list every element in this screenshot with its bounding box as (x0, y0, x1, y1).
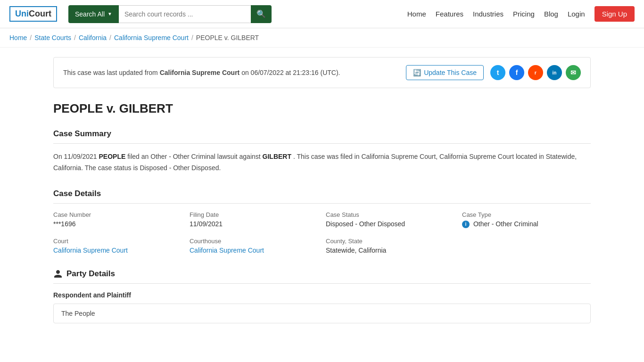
social-icons: t f r in ✉ (490, 65, 581, 80)
header: Uni Court Search All ▼ 🔍 Home Features I… (0, 0, 644, 28)
logo-uni: Uni (15, 9, 29, 19)
party-table: The People (53, 304, 591, 323)
twitter-icon[interactable]: t (490, 65, 505, 80)
detail-county-state: County, State Statewide, California (326, 238, 454, 254)
reddit-icon[interactable]: r (528, 65, 543, 80)
person-icon (53, 269, 63, 279)
facebook-icon[interactable]: f (509, 65, 524, 80)
county-state-label: County, State (326, 238, 454, 245)
signup-button[interactable]: Sign Up (594, 6, 635, 22)
update-text: This case was last updated from Californ… (63, 69, 340, 76)
case-number-value: ***1696 (53, 220, 182, 228)
update-notice: This case was last updated from Californ… (53, 57, 591, 88)
search-icon: 🔍 (256, 10, 266, 18)
update-court-name: California Supreme Court (160, 69, 240, 76)
party-details-heading: Party Details (53, 269, 591, 284)
logo[interactable]: Uni Court (9, 6, 57, 22)
case-details-heading: Case Details (53, 189, 591, 204)
courthouse-link[interactable]: California Supreme Court (190, 247, 264, 254)
case-details-section: Case Details Case Number ***1696 Filing … (53, 189, 591, 254)
party-row: The People (54, 304, 590, 323)
court-value: California Supreme Court (53, 247, 182, 254)
nav-pricing[interactable]: Pricing (513, 10, 535, 18)
detail-case-status: Case Status Disposed - Other Disposed (326, 211, 454, 228)
breadcrumb-home[interactable]: Home (9, 34, 27, 41)
search-button[interactable]: 🔍 (251, 5, 272, 23)
detail-case-number: Case Number ***1696 (53, 211, 182, 228)
breadcrumb: Home / State Courts / California / Calif… (0, 28, 644, 48)
main-nav: Home Features Industries Pricing Blog Lo… (407, 6, 635, 22)
search-input[interactable] (119, 5, 251, 23)
nav-login[interactable]: Login (568, 10, 585, 18)
logo-court: Court (29, 9, 51, 19)
party-details-section: Party Details Respondent and Plaintiff T… (53, 269, 591, 323)
respondent-label: Respondent and Plaintiff (53, 291, 591, 299)
court-label: Court (53, 238, 182, 245)
county-state-value: Statewide, California (326, 247, 454, 254)
update-right: 🔄 Update This Case t f r in ✉ (406, 65, 581, 80)
defendant-name: GILBERT (263, 153, 291, 160)
linkedin-icon[interactable]: in (547, 65, 562, 80)
refresh-icon: 🔄 (413, 69, 421, 76)
courthouse-label: Courthouse (190, 238, 318, 245)
breadcrumb-sep-2: / (74, 34, 76, 41)
case-summary-text: On 11/09/2021 PEOPLE filed an Other - Ot… (53, 151, 591, 174)
detail-filing-date: Filing Date 11/09/2021 (190, 211, 318, 228)
email-icon[interactable]: ✉ (566, 65, 581, 80)
nav-blog[interactable]: Blog (544, 10, 558, 18)
nav-home[interactable]: Home (407, 10, 426, 18)
breadcrumb-current: PEOPLE v. GILBERT (196, 34, 259, 41)
breadcrumb-sep-1: / (30, 34, 32, 41)
breadcrumb-sep-3: / (109, 34, 111, 41)
filing-date-label: Filing Date (190, 211, 318, 218)
case-status-label: Case Status (326, 211, 454, 218)
case-summary-heading: Case Summary (53, 129, 591, 144)
case-title: PEOPLE v. GILBERT (53, 101, 591, 116)
courthouse-value: California Supreme Court (190, 247, 318, 254)
detail-courthouse: Courthouse California Supreme Court (190, 238, 318, 254)
main-content: This case was last updated from Californ… (44, 48, 600, 348)
nav-industries[interactable]: Industries (473, 10, 504, 18)
search-all-button[interactable]: Search All ▼ (68, 5, 119, 23)
case-status-value: Disposed - Other Disposed (326, 220, 454, 228)
court-link[interactable]: California Supreme Court (53, 247, 128, 254)
case-summary-section: Case Summary On 11/09/2021 PEOPLE filed … (53, 129, 591, 174)
detail-case-type: Case Type i Other - Other Criminal (462, 211, 591, 228)
breadcrumb-california-supreme-court[interactable]: California Supreme Court (114, 34, 189, 41)
case-type-label: Case Type (462, 211, 591, 218)
detail-court: Court California Supreme Court (53, 238, 182, 254)
search-group: Search All ▼ 🔍 (68, 5, 272, 23)
chevron-down-icon: ▼ (107, 11, 112, 16)
plaintiff-name: PEOPLE (99, 153, 126, 160)
case-type-value: i Other - Other Criminal (462, 220, 591, 228)
info-icon: i (462, 221, 470, 228)
breadcrumb-state-courts[interactable]: State Courts (34, 34, 71, 41)
breadcrumb-california[interactable]: California (79, 34, 107, 41)
nav-features[interactable]: Features (436, 10, 463, 18)
breadcrumb-sep-4: / (191, 34, 193, 41)
filing-date-value: 11/09/2021 (190, 220, 318, 228)
case-details-grid: Case Number ***1696 Filing Date 11/09/20… (53, 211, 591, 254)
case-number-label: Case Number (53, 211, 182, 218)
update-case-button[interactable]: 🔄 Update This Case (406, 65, 484, 80)
